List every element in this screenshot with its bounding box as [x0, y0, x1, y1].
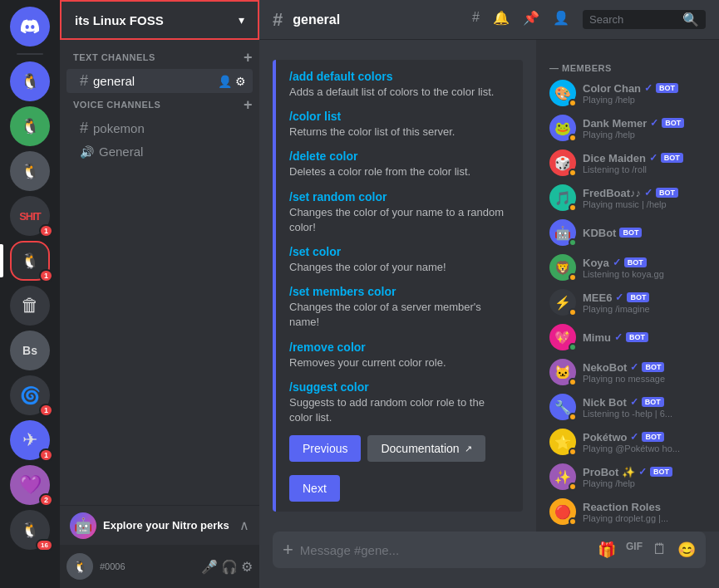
search-box[interactable]: 🔍 [583, 10, 706, 29]
notifications-icon[interactable]: 🔔 [493, 10, 510, 29]
user-controls: 🎤 🎧 ⚙ [201, 559, 253, 575]
user-settings-button[interactable]: ⚙ [241, 559, 253, 575]
voice-channels-header[interactable]: VOICE CHANNELS + [60, 94, 259, 115]
channel-general[interactable]: # general 👤 ⚙ [66, 69, 253, 93]
server-plane[interactable]: ✈ 1 [10, 420, 50, 460]
server-shit[interactable]: SHIT 1 [10, 196, 50, 236]
member-avatar: 🐱 [549, 359, 576, 385]
bot-badge: BOT [662, 118, 684, 128]
server-linux-foss[interactable]: 🐧 1 [10, 241, 50, 281]
bot-badge: BOT [624, 257, 647, 267]
documentation-button[interactable]: Documentation ↗ [367, 435, 485, 462]
bot-badge: BOT [656, 83, 678, 93]
chat-messages: /add default colors Adds a default list … [259, 40, 536, 532]
status-dot [569, 99, 577, 107]
server-discord-home[interactable] [10, 7, 50, 47]
help-command-set-color: /set color Changes the color of your nam… [289, 245, 510, 275]
status-dot [569, 238, 577, 247]
server-1[interactable]: 🐧 [10, 61, 50, 101]
cmd-name-2[interactable]: /color list [289, 110, 510, 123]
member-avatar: 💖 [549, 324, 576, 350]
member-item[interactable]: 🤖 KDBot BOT [543, 216, 712, 249]
verified-badge: ✓ [613, 257, 621, 268]
search-icon: 🔍 [682, 12, 699, 27]
add-voice-channel-button[interactable]: + [244, 97, 253, 112]
server-header[interactable]: its Linux FOSS ▾ [60, 0, 259, 40]
member-item[interactable]: 🎲 Dice Maiden ✓ BOT Listening to /roll [543, 146, 712, 179]
verified-badge: ✓ [615, 292, 623, 303]
cmd-desc-5: Changes the color of your name! [289, 260, 510, 275]
member-name: ProBot ✨ ✓ BOT [583, 466, 706, 478]
member-item[interactable]: 🔧 Nick Bot ✓ BOT Listening to -help | 6.… [543, 390, 712, 424]
cmd-desc-2: Returns the color list of this server. [289, 125, 510, 140]
member-name: Pokétwo ✓ BOT [583, 431, 706, 443]
emoji-icon[interactable]: 😊 [677, 541, 696, 559]
mic-button[interactable]: 🎤 [201, 559, 218, 575]
text-channels-header[interactable]: TEXT CHANNELS + [60, 47, 259, 68]
server-purple[interactable]: 💜 2 [10, 465, 50, 505]
member-name: MEE6 ✓ BOT [583, 292, 706, 304]
cmd-name-4[interactable]: /set random color [289, 190, 510, 203]
help-command-set-members-color: /set members color Changes the color of … [289, 285, 510, 330]
cmd-name-7[interactable]: /remove color [289, 341, 510, 354]
verified-badge: ✓ [638, 466, 647, 478]
members-icon[interactable]: 👤 [553, 10, 569, 29]
member-item[interactable]: ✨ ProBot ✨ ✓ BOT Playing /help [543, 460, 712, 493]
channel-pokemon[interactable]: # pokemon [66, 116, 253, 140]
message-input[interactable] [300, 543, 591, 557]
member-status: Playing /help [583, 130, 706, 140]
member-status: Playing /imagine [583, 304, 706, 314]
verified-badge: ✓ [614, 331, 623, 343]
status-dot [569, 483, 577, 491]
member-item[interactable]: 🐸 Dank Memer ✓ BOT Playing /help [543, 111, 712, 145]
cmd-name-8[interactable]: /suggest color [289, 380, 510, 394]
cmd-name-6[interactable]: /set members color [289, 285, 510, 298]
member-item[interactable]: ⭐ Pokétwo ✓ BOT Playing @Pokétwo ho... [543, 425, 712, 458]
server-2[interactable]: 🐧 [10, 106, 50, 146]
member-status: Playing droplet.gg |... [583, 513, 706, 523]
bot-badge: BOT [650, 467, 672, 477]
member-name: NekoBot ✓ BOT [583, 361, 706, 374]
cmd-desc-4: Changes the color of your name to a rand… [289, 205, 510, 235]
bot-badge: BOT [642, 362, 664, 372]
headset-button[interactable]: 🎧 [221, 559, 238, 575]
server-new[interactable]: 🐧 16 [10, 510, 50, 550]
member-info: Koya ✓ BOT Listening to koya.gg [583, 257, 706, 279]
pin-icon[interactable]: 📌 [523, 10, 539, 29]
explore-nitro-banner[interactable]: 🤖 Explore your Nitro perks ∧ [60, 505, 259, 545]
server-bs[interactable]: Bs [10, 331, 50, 370]
add-attachment-button[interactable]: + [283, 541, 293, 559]
next-button[interactable]: Next [289, 475, 340, 502]
member-item[interactable]: 🎵 FredBoat♪♪ ✓ BOT Playing music | /help [543, 181, 712, 214]
server-3[interactable]: 🐧 [10, 151, 50, 191]
member-avatar: ⚡ [549, 289, 576, 316]
voice-channels-label: VOICE CHANNELS [73, 100, 160, 110]
invite-icon[interactable]: 👤 [218, 75, 232, 88]
member-item[interactable]: 🐱 NekoBot ✓ BOT Playing no message [543, 355, 712, 389]
cmd-name-5[interactable]: /set color [289, 245, 510, 258]
voice-icon: 🔊 [80, 145, 94, 159]
member-item[interactable]: 💖 Mimu ✓ BOT [543, 321, 712, 354]
channel-pokemon-name: pokemon [93, 121, 246, 135]
member-info: NekoBot ✓ BOT Playing no message [583, 361, 706, 384]
member-item[interactable]: ⚡ MEE6 ✓ BOT Playing /imagine [543, 286, 712, 319]
previous-button[interactable]: Previous [289, 435, 361, 462]
search-input[interactable] [589, 13, 679, 26]
channel-voice-general[interactable]: 🔊 General [66, 141, 253, 162]
member-info: Mimu ✓ BOT [583, 331, 706, 344]
member-item[interactable]: 🔴 Reaction Roles Playing droplet.gg |... [543, 495, 712, 528]
member-item[interactable]: 🦁 Koya ✓ BOT Listening to koya.gg [543, 251, 712, 284]
cmd-name-1[interactable]: /add default colors [289, 70, 510, 83]
member-info: Dank Memer ✓ BOT Playing /help [583, 117, 706, 140]
threads-icon[interactable]: # [472, 10, 480, 29]
sticker-icon[interactable]: 🗒 [653, 541, 667, 559]
gift-icon[interactable]: 🎁 [598, 541, 616, 559]
channel-icons: 👤 ⚙ [218, 75, 246, 88]
gif-icon[interactable]: GIF [626, 541, 643, 559]
server-trash[interactable]: 🗑 [10, 286, 50, 326]
member-item[interactable]: 🎨 Color Chan ✓ BOT Playing /help [543, 76, 712, 110]
cmd-name-3[interactable]: /delete color [289, 149, 510, 163]
server-swirl[interactable]: 🌀 1 [10, 375, 50, 415]
add-text-channel-button[interactable]: + [244, 50, 253, 65]
settings-icon[interactable]: ⚙ [235, 75, 246, 88]
